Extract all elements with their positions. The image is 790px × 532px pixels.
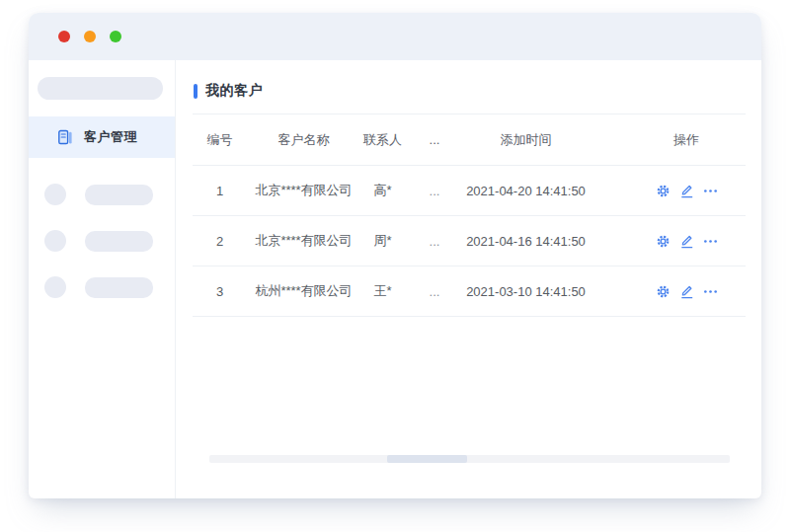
cell-time: 2021-04-16 14:41:50: [464, 234, 588, 249]
cell-name: 北京****有限公司: [247, 232, 360, 250]
page-title: 我的客户: [194, 82, 761, 100]
cell-time: 2021-04-20 14:41:50: [464, 184, 588, 198]
edit-icon[interactable]: [678, 183, 694, 198]
main-panel: 我的客户 编号客户名称联系人...添加时间操作 1北京****有限公司高*...…: [176, 60, 761, 498]
cell-more: ...: [405, 284, 464, 299]
column-header-contact: 联系人: [360, 131, 405, 149]
more-icon[interactable]: [702, 233, 718, 249]
column-header-actions: 操作: [607, 131, 765, 149]
sidebar-placeholder-item: [44, 230, 175, 252]
edit-icon[interactable]: [678, 233, 694, 249]
app-window: 客户管理 我的客户 编号客户名称联系人...添加时间操作 1北京****有限公司…: [29, 13, 761, 498]
cell-more: ...: [405, 184, 464, 198]
settings-icon[interactable]: [655, 233, 671, 249]
cell-contact: 高*: [360, 182, 405, 199]
minimize-button[interactable]: [84, 31, 96, 42]
sidebar-item-customer-management[interactable]: 客户管理: [29, 116, 175, 158]
placeholder-circle: [44, 184, 66, 205]
sidebar-item-label: 客户管理: [84, 128, 137, 146]
window-titlebar: [29, 13, 761, 60]
sidebar-placeholder-item: [44, 276, 175, 298]
placeholder-pill: [85, 231, 153, 252]
cell-actions: [607, 283, 765, 299]
column-header-id: 编号: [193, 131, 247, 149]
table-header-row: 编号客户名称联系人...添加时间操作: [193, 114, 746, 166]
sidebar-placeholder-list: [29, 184, 175, 298]
column-header-more: ...: [405, 132, 464, 147]
table-row: 1北京****有限公司高*...2021-04-20 14:41:50: [193, 166, 746, 216]
cell-time: 2021-03-10 14:41:50: [464, 284, 588, 299]
placeholder-circle: [44, 276, 66, 298]
edit-icon[interactable]: [678, 283, 694, 299]
cell-more: ...: [405, 234, 464, 249]
settings-icon[interactable]: [655, 283, 671, 299]
cell-actions: [607, 233, 765, 249]
column-header-time: 添加时间: [464, 131, 588, 149]
title-accent-bar: [194, 84, 198, 99]
table-row: 3杭州****有限公司王*...2021-03-10 14:41:50: [193, 266, 746, 317]
settings-icon[interactable]: [655, 183, 671, 198]
page-title-text: 我的客户: [205, 82, 263, 100]
cell-id: 2: [193, 234, 247, 249]
scrollbar-thumb[interactable]: [387, 455, 467, 463]
logo-placeholder: [38, 77, 163, 100]
horizontal-scrollbar[interactable]: [209, 455, 730, 463]
cell-name: 杭州****有限公司: [247, 282, 360, 300]
column-header-name: 客户名称: [247, 131, 360, 149]
more-icon[interactable]: [702, 183, 718, 198]
cell-contact: 王*: [360, 282, 405, 300]
cell-name: 北京****有限公司: [247, 182, 360, 199]
table-body: 1北京****有限公司高*...2021-04-20 14:41:502北京**…: [193, 166, 746, 317]
table-row: 2北京****有限公司周*...2021-04-16 14:41:50: [193, 216, 746, 266]
sidebar: 客户管理: [29, 60, 176, 498]
sidebar-placeholder-item: [44, 184, 175, 205]
cell-id: 1: [193, 184, 247, 198]
cell-contact: 周*: [360, 232, 405, 250]
window-content: 客户管理 我的客户 编号客户名称联系人...添加时间操作 1北京****有限公司…: [29, 60, 761, 498]
customer-table: 编号客户名称联系人...添加时间操作 1北京****有限公司高*...2021-…: [193, 114, 746, 317]
maximize-button[interactable]: [110, 31, 121, 42]
close-button[interactable]: [58, 31, 70, 42]
placeholder-pill: [85, 185, 153, 205]
placeholder-circle: [44, 230, 66, 252]
more-icon[interactable]: [702, 283, 718, 299]
placeholder-pill: [85, 277, 153, 298]
cell-id: 3: [193, 284, 247, 299]
ledger-book-icon: [57, 129, 73, 145]
cell-actions: [607, 183, 765, 198]
